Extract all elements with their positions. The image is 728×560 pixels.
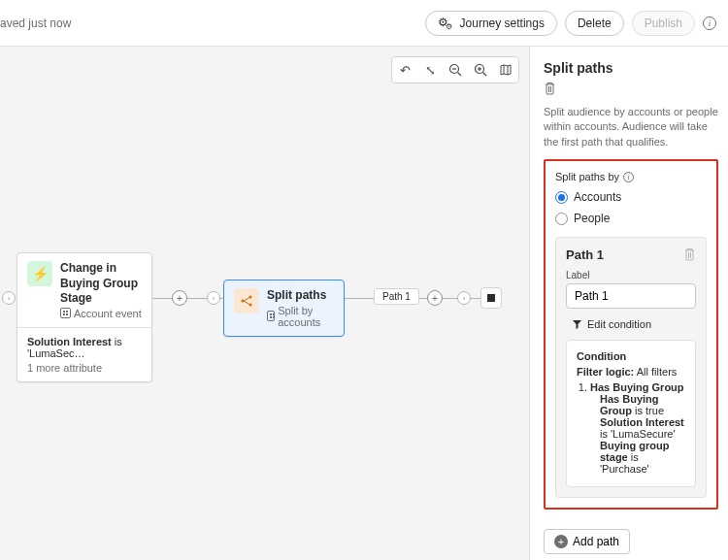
trash-icon[interactable]: [683, 247, 696, 261]
connector-1: + ›: [152, 298, 223, 299]
info-icon[interactable]: i: [703, 16, 716, 30]
node1-detail: Solution Interest is 'LumaSec…: [27, 336, 142, 359]
stop-icon: [487, 294, 495, 302]
gears-icon: [438, 16, 455, 30]
filter-icon: [572, 319, 582, 330]
publish-button: Publish: [632, 11, 695, 36]
end-node[interactable]: [480, 287, 502, 309]
condition-summary: Condition Filter logic: All filters Has …: [566, 340, 696, 487]
journey-canvas[interactable]: ↶ ⤡ ⚡ Change in Buying Group Stage Accou…: [0, 47, 529, 560]
radio-people-label: People: [574, 212, 610, 225]
add-node-button-2[interactable]: +: [427, 290, 443, 306]
journey-settings-label: Journey settings: [460, 16, 545, 30]
condition-heading: Condition: [577, 350, 685, 362]
lightning-icon: ⚡: [27, 261, 52, 286]
edit-condition-label: Edit condition: [587, 318, 651, 330]
radio-people[interactable]: People: [555, 212, 707, 225]
node1-more: 1 more attribute: [27, 362, 142, 374]
radio-accounts-label: Accounts: [574, 190, 621, 204]
journey-settings-button[interactable]: Journey settings: [425, 11, 557, 36]
zoom-out-icon[interactable]: [447, 61, 464, 79]
collapse-icon[interactable]: ⤡: [421, 61, 439, 79]
arrow-icon-2: ›: [457, 291, 471, 305]
panel-description: Split audience by accounts or people wit…: [544, 105, 718, 149]
split-icon: [234, 288, 259, 313]
node2-subtitle: Split by accounts: [267, 305, 334, 328]
map-icon[interactable]: [497, 61, 514, 79]
filter-logic: Filter logic: All filters: [577, 366, 685, 378]
node-change-buying-group[interactable]: ⚡ Change in Buying Group Stage Account e…: [17, 252, 152, 382]
saved-status: aved just now: [0, 16, 71, 30]
add-node-button[interactable]: +: [172, 290, 187, 306]
split-config-box: Split paths by i Accounts People Path 1 …: [544, 159, 718, 510]
edit-condition-button[interactable]: Edit condition: [572, 318, 696, 330]
trash-icon[interactable]: [544, 82, 557, 95]
path-1-card: Path 1 Label Edit condition Condition Fi…: [555, 237, 707, 498]
delete-button[interactable]: Delete: [565, 11, 624, 36]
info-icon[interactable]: i: [623, 172, 634, 182]
topbar-actions: Journey settings Delete Publish i: [425, 11, 716, 36]
panel-title: Split paths: [544, 60, 718, 76]
node1-title: Change in Buying Group Stage: [60, 261, 142, 307]
connector-2: Path 1 + ›: [345, 298, 485, 299]
properties-panel: Split paths Split audience by accounts o…: [529, 47, 728, 560]
radio-unchecked-icon: [555, 213, 568, 225]
condition-item: Has Buying Group Has Buying Group is tru…: [590, 381, 685, 475]
radio-checked-icon: [555, 191, 568, 204]
node2-title: Split paths: [267, 288, 334, 304]
canvas-toolbar: ↶ ⤡: [391, 56, 519, 83]
top-bar: aved just now Journey settings Delete Pu…: [0, 0, 728, 47]
svg-line-4: [483, 73, 487, 77]
path-label-field-label: Label: [566, 270, 696, 280]
node1-subtitle: Account event: [60, 308, 142, 319]
path1-heading: Path 1: [566, 247, 696, 262]
node-split-paths[interactable]: Split paths Split by accounts: [223, 280, 345, 337]
svg-line-1: [458, 73, 462, 77]
svg-line-10: [244, 298, 249, 302]
zoom-in-icon[interactable]: [472, 61, 489, 79]
arrow-icon-start: ›: [2, 291, 16, 305]
path-label-chip[interactable]: Path 1: [374, 288, 419, 305]
plus-icon: +: [554, 535, 568, 548]
radio-accounts[interactable]: Accounts: [555, 190, 707, 204]
svg-line-11: [244, 301, 249, 305]
path-label-input[interactable]: [566, 283, 696, 309]
undo-icon[interactable]: ↶: [396, 61, 414, 79]
arrow-icon: ›: [207, 291, 220, 305]
add-path-button[interactable]: + Add path: [544, 529, 630, 554]
add-path-label: Add path: [573, 535, 619, 548]
split-by-label: Split paths by i: [555, 171, 707, 182]
